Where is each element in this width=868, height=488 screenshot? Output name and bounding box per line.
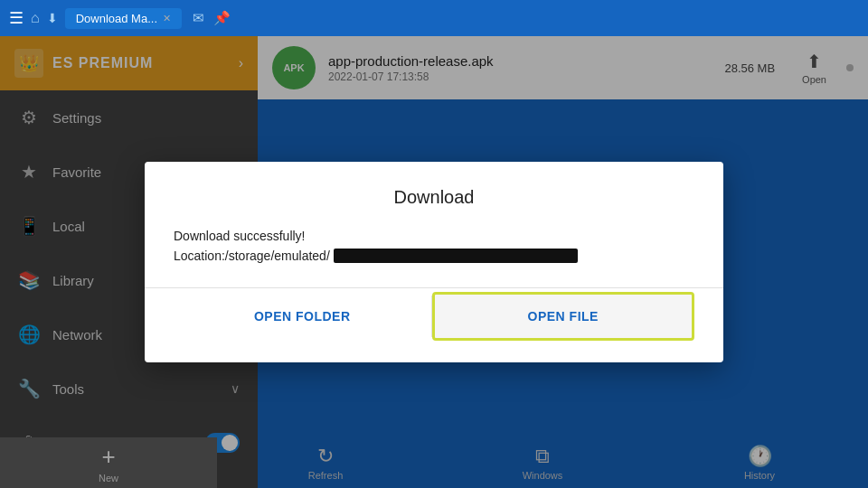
- modal-body: Download successfully! Location:/storage…: [174, 226, 694, 267]
- modal-overlay: Download Download successfully! Location…: [0, 36, 868, 488]
- download-modal: Download Download successfully! Location…: [145, 162, 723, 363]
- modal-location: Location:/storage/emulated/: [174, 246, 694, 266]
- modal-location-prefix: Location:/storage/emulated/: [174, 246, 330, 266]
- modal-actions: OPEN FOLDER OPEN FILE: [145, 287, 723, 344]
- mail-icon[interactable]: ✉: [193, 10, 204, 26]
- modal-title: Download: [174, 187, 694, 208]
- nav-arrow-icon: ⬇: [47, 11, 58, 25]
- pin-icon[interactable]: 📌: [213, 10, 231, 26]
- modal-success-text: Download successfully!: [174, 226, 694, 246]
- open-file-button[interactable]: OPEN FILE: [432, 292, 695, 341]
- home-icon[interactable]: ⌂: [31, 10, 40, 26]
- top-bar-action-icons: ✉ 📌: [193, 10, 231, 26]
- location-redacted: [334, 249, 578, 263]
- tab-label: Download Ma...: [76, 12, 157, 25]
- open-folder-button[interactable]: OPEN FOLDER: [174, 288, 431, 344]
- top-bar: ☰ ⌂ ⬇ Download Ma... ✕ ✉ 📌: [0, 0, 868, 36]
- tab-close-icon[interactable]: ✕: [163, 13, 171, 24]
- download-tab[interactable]: Download Ma... ✕: [65, 8, 182, 29]
- menu-icon[interactable]: ☰: [9, 8, 24, 28]
